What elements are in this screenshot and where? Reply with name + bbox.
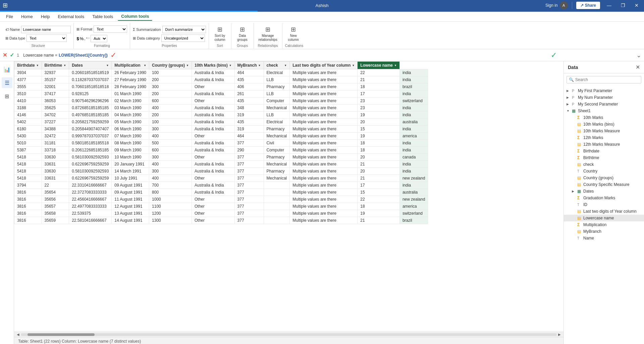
scroll-left-arrow[interactable]: ◀ xyxy=(15,333,21,336)
tree-item[interactable]: ▶PMy Second Parameter xyxy=(564,101,644,108)
table-cell: 33631 xyxy=(42,161,69,168)
tree-item[interactable]: ▶PMy Num Parameter xyxy=(564,94,644,101)
col-header-multiplication: Multiplication ▼ xyxy=(112,62,149,69)
tree-item[interactable]: ▤MyBranch xyxy=(564,228,644,235)
table-cell: 11 August 1991 xyxy=(112,196,149,203)
sign-in-button[interactable]: Sign in A xyxy=(545,1,568,9)
table-cell-lowercase: india xyxy=(399,147,428,154)
col-header-mybranch: MyBranch ▼ xyxy=(234,62,264,69)
tree-item[interactable]: ▤check xyxy=(564,161,644,168)
table-cell-lowercase: india xyxy=(399,168,428,175)
tree-item[interactable]: ▤12th Marks Measure xyxy=(564,141,644,148)
tree-item-label: Multiplication xyxy=(583,222,606,227)
table-cell: Pharmacy xyxy=(264,126,290,133)
sidebar-report-icon[interactable]: 📊 xyxy=(2,64,12,75)
col-header-country-groups: Country (groups) ▼ xyxy=(149,62,192,69)
tree-icon-text: T xyxy=(577,169,582,174)
panel-close-button[interactable]: ✕ xyxy=(636,64,640,70)
tree-icon-sigma: Σ xyxy=(577,222,582,227)
tree-item-label: ID xyxy=(583,202,587,207)
table-cell: 100 xyxy=(149,69,192,76)
auto-select[interactable]: Auto xyxy=(91,35,107,42)
formula-expand-button[interactable]: ⌄ xyxy=(636,52,641,59)
table-cell: Other xyxy=(192,196,234,203)
tree-item[interactable]: ▤Country (groups) xyxy=(564,175,644,181)
tree-item[interactable]: ▶PMy First Parameter xyxy=(564,87,644,94)
table-cell-lowercase: india xyxy=(399,161,428,168)
menu-external-tools[interactable]: External tools xyxy=(54,13,88,20)
tree-item[interactable]: TName xyxy=(564,235,644,242)
name-input[interactable] xyxy=(21,26,71,33)
minimize-button[interactable]: — xyxy=(604,1,614,9)
formula-cancel-button[interactable]: ✕ xyxy=(3,52,7,58)
datacategory-label: ⊞ Data category xyxy=(133,36,160,41)
sort-by-column-button[interactable]: ⊞ Sort bycolumn xyxy=(212,24,228,43)
search-input[interactable] xyxy=(575,77,639,82)
table-cell: 0.928125 xyxy=(69,90,112,97)
table-cell: 377 xyxy=(234,196,264,203)
tree-item[interactable]: ▤Last two digits of Year column xyxy=(564,208,644,215)
tree-item[interactable]: TID xyxy=(564,201,644,208)
manage-relationships-button[interactable]: ⊞ Managerelationships xyxy=(257,24,279,43)
share-button[interactable]: ↗ Share xyxy=(576,2,600,9)
horizontal-scrollbar[interactable]: ◀ ▶ xyxy=(14,332,564,337)
format-select[interactable]: Text xyxy=(94,25,127,33)
dollar-btn[interactable]: $ xyxy=(76,36,79,41)
comma-btn[interactable]: , xyxy=(84,37,85,41)
table-cell: Australia & India xyxy=(192,147,234,154)
table-cell: 400 xyxy=(149,175,192,182)
table-cell: 05 March 1990 xyxy=(112,119,149,126)
tree-item[interactable]: Σ12th Marks xyxy=(564,134,644,141)
percent-btn[interactable]: % xyxy=(80,36,84,41)
tree-item[interactable]: ΣMultiplication xyxy=(564,221,644,228)
menu-table-tools[interactable]: Table tools xyxy=(89,13,116,20)
data-groups-button[interactable]: ⊞ Datagroups xyxy=(234,24,251,43)
menu-column-tools[interactable]: Column tools xyxy=(118,12,152,21)
table-cell: Computer xyxy=(264,147,290,154)
progress-fill xyxy=(0,11,258,12)
col-header-last-two-digits: Last two digits of Year column ▼ xyxy=(290,62,358,69)
tree-item[interactable]: ▶▦Dates xyxy=(564,188,644,195)
formula-confirm-button[interactable]: ✓ xyxy=(10,52,14,58)
scroll-thumb[interactable] xyxy=(28,333,95,336)
tree-item[interactable]: ▤10th Marks (bins) xyxy=(564,121,644,128)
tree-item[interactable]: ΣBirthdate xyxy=(564,148,644,154)
close-button[interactable]: ✕ xyxy=(632,1,641,9)
table-cell: Other xyxy=(192,175,234,182)
scroll-right-arrow[interactable]: ▶ xyxy=(557,333,562,336)
tree-item[interactable]: ▤Country Specific Measure xyxy=(564,181,644,188)
sidebar-data-icon[interactable]: ☰ xyxy=(2,77,12,88)
datacategory-select[interactable]: Uncategorized xyxy=(161,35,205,42)
table-cell: 33718 xyxy=(42,147,69,154)
summarization-select[interactable]: Don't summarize xyxy=(162,26,206,33)
table-cell: Multiple values are there xyxy=(290,147,358,154)
menu-home[interactable]: Home xyxy=(18,13,36,20)
table-cell: 100 xyxy=(149,119,192,126)
left-sidebar: 📊 ☰ ⊞ xyxy=(0,61,14,344)
tree-item[interactable]: ▼▦Sheet1 xyxy=(564,108,644,114)
new-column-button[interactable]: ⊞ Newcolumn xyxy=(285,24,302,43)
tree-item[interactable]: TCountry xyxy=(564,168,644,175)
tree-item[interactable]: Σ10th Marks xyxy=(564,114,644,121)
table-scroll[interactable]: Birthdate ▼ Birthtime ▼ Dates ▼ Multipli… xyxy=(14,61,564,332)
tree-item[interactable]: ▤10th Marks Measure xyxy=(564,128,644,134)
table-cell: 377 xyxy=(234,189,264,196)
table-cell: 319 xyxy=(234,126,264,133)
tree-item[interactable]: ▤Lowercase name xyxy=(564,215,644,221)
datatype-select[interactable]: Text xyxy=(26,35,67,42)
datatype-label: ⊞ Data type xyxy=(5,36,25,41)
menu-help[interactable]: Help xyxy=(38,13,53,20)
table-cell: 3188 xyxy=(14,105,42,112)
sort-label: Sort bycolumn xyxy=(214,34,225,42)
table-cell: Australia & India xyxy=(192,112,234,119)
tree-item[interactable]: ΣGraduation Marks xyxy=(564,195,644,201)
table-cell: Multiple values are there xyxy=(290,112,358,119)
table-cell: 20 xyxy=(358,168,400,175)
point-btn[interactable]: ⁺⁻ xyxy=(86,37,90,41)
tree-item[interactable]: ΣBirthtime xyxy=(564,154,644,161)
restore-button[interactable]: ❐ xyxy=(618,1,628,9)
newcol-label: Newcolumn xyxy=(288,34,299,42)
sidebar-model-icon[interactable]: ⊞ xyxy=(2,91,12,101)
menu-file[interactable]: File xyxy=(3,13,16,20)
table-cell: 20 xyxy=(358,119,400,126)
